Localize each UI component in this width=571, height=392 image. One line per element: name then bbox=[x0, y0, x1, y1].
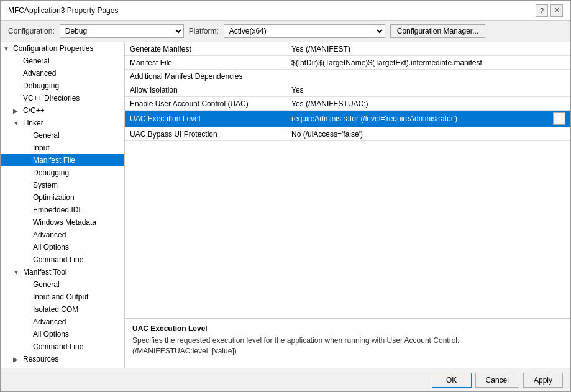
platform-select[interactable]: Active(x64) bbox=[224, 24, 385, 38]
sidebar-item-label-linker-command-line: Command Line bbox=[33, 255, 83, 264]
property-pages-dialog: MFCApplication3 Property Pages ? ✕ Confi… bbox=[0, 0, 571, 392]
prop-value-text-5: requireAdministrator (/level='requireAdm… bbox=[291, 114, 457, 123]
sidebar-item-cpp[interactable]: ▶C/C++ bbox=[1, 104, 124, 117]
sidebar-item-label-manifest-tool-general: General bbox=[33, 280, 60, 289]
sidebar-item-label-general: General bbox=[23, 57, 50, 65]
expand-icon-manifest-tool: ▼ bbox=[13, 269, 23, 276]
sidebar-item-label-linker-optimization: Optimization bbox=[33, 193, 75, 202]
config-label: Configuration: bbox=[8, 27, 55, 35]
config-select[interactable]: Debug bbox=[60, 24, 184, 38]
sidebar-item-linker-system[interactable]: System bbox=[1, 179, 124, 191]
sidebar-item-linker-manifest-file[interactable]: Manifest File bbox=[1, 154, 124, 166]
sidebar-item-linker-embedded-idl[interactable]: Embedded IDL bbox=[1, 204, 124, 216]
sidebar-item-label-manifest-tool-isolated-com: Isolated COM bbox=[33, 305, 78, 314]
sidebar-item-label-debugging: Debugging bbox=[23, 81, 59, 90]
expand-icon-resources: ▶ bbox=[13, 356, 23, 363]
close-button[interactable]: ✕ bbox=[550, 4, 563, 17]
prop-value-4: Yes (/MANIFESTUAC:) bbox=[286, 97, 570, 110]
sidebar-item-advanced[interactable]: Advanced bbox=[1, 67, 124, 80]
prop-row-4[interactable]: Enable User Account Control (UAC)Yes (/M… bbox=[125, 97, 570, 111]
sidebar-item-linker-input[interactable]: Input bbox=[1, 142, 124, 154]
sidebar-item-configuration-properties[interactable]: ▼Configuration Properties bbox=[1, 42, 124, 55]
sidebar-item-linker-windows-metadata[interactable]: Windows Metadata bbox=[1, 216, 124, 229]
sidebar-item-linker[interactable]: ▼Linker bbox=[1, 117, 124, 129]
prop-value-2 bbox=[286, 70, 570, 83]
sidebar-item-label-manifest-tool-advanced: Advanced bbox=[33, 317, 66, 326]
apply-button[interactable]: Apply bbox=[523, 373, 563, 388]
prop-row-0[interactable]: Generate ManifestYes (/MANIFEST) bbox=[125, 42, 570, 56]
expand-icon-configuration-properties: ▼ bbox=[3, 45, 13, 52]
sidebar-item-general[interactable]: General bbox=[1, 55, 124, 67]
sidebar-item-linker-general[interactable]: General bbox=[1, 129, 124, 142]
prop-row-3[interactable]: Allow IsolationYes bbox=[125, 83, 570, 97]
prop-name-3: Allow Isolation bbox=[125, 83, 286, 96]
help-button[interactable]: ? bbox=[536, 4, 548, 17]
sidebar-item-linker-debugging[interactable]: Debugging bbox=[1, 166, 124, 179]
sidebar-item-label-linker-system: System bbox=[33, 181, 58, 189]
prop-dropdown-btn-5[interactable]: ▼ bbox=[553, 112, 565, 125]
sidebar-item-label-manifest-tool: Manifest Tool bbox=[23, 268, 66, 276]
prop-value-6: No (/uiAccess='false') bbox=[286, 127, 570, 140]
sidebar-item-label-linker-general: General bbox=[33, 131, 60, 140]
sidebar-item-label-linker: Linker bbox=[23, 119, 43, 127]
title-bar: MFCApplication3 Property Pages ? ✕ bbox=[1, 1, 570, 21]
right-panel: Generate ManifestYes (/MANIFEST)Manifest… bbox=[125, 42, 570, 368]
prop-value-5[interactable]: requireAdministrator (/level='requireAdm… bbox=[286, 111, 570, 127]
sidebar-item-label-resources: Resources bbox=[23, 355, 58, 363]
cancel-button[interactable]: Cancel bbox=[475, 373, 519, 388]
config-row: Configuration: Debug Platform: Active(x6… bbox=[1, 21, 570, 42]
sidebar-item-label-manifest-tool-command-line: Command Line bbox=[33, 342, 83, 351]
sidebar-item-label-advanced: Advanced bbox=[23, 69, 56, 78]
prop-value-text-4: Yes (/MANIFESTUAC:) bbox=[291, 99, 368, 108]
sidebar-item-linker-all-options[interactable]: All Options bbox=[1, 241, 124, 253]
description-panel: UAC Execution Level Specifies the reques… bbox=[125, 318, 570, 368]
property-table: Generate ManifestYes (/MANIFEST)Manifest… bbox=[125, 42, 570, 318]
prop-name-6: UAC Bypass UI Protection bbox=[125, 127, 286, 140]
sidebar-item-manifest-tool-general[interactable]: General bbox=[1, 278, 124, 291]
sidebar-item-label-linker-all-options: All Options bbox=[33, 243, 69, 252]
prop-value-3: Yes bbox=[286, 83, 570, 96]
sidebar-item-vc-directories[interactable]: VC++ Directories bbox=[1, 92, 124, 104]
sidebar-item-label-linker-windows-metadata: Windows Metadata bbox=[33, 218, 96, 227]
prop-row-6[interactable]: UAC Bypass UI ProtectionNo (/uiAccess='f… bbox=[125, 127, 570, 141]
prop-name-5: UAC Execution Level bbox=[125, 111, 286, 127]
sidebar-item-label-linker-manifest-file: Manifest File bbox=[33, 156, 75, 165]
prop-row-1[interactable]: Manifest File$(IntDir)$(TargetName)$(Tar… bbox=[125, 56, 570, 70]
prop-name-2: Additional Manifest Dependencies bbox=[125, 70, 286, 83]
platform-label: Platform: bbox=[189, 27, 219, 35]
sidebar-item-label-linker-input: Input bbox=[33, 144, 50, 152]
sidebar-item-manifest-tool-all-options[interactable]: All Options bbox=[1, 328, 124, 340]
sidebar-item-manifest-tool-input-output[interactable]: Input and Output bbox=[1, 291, 124, 303]
ok-button[interactable]: OK bbox=[432, 373, 472, 388]
prop-row-5[interactable]: UAC Execution LevelrequireAdministrator … bbox=[125, 111, 570, 127]
sidebar-item-label-manifest-tool-all-options: All Options bbox=[33, 330, 69, 339]
sidebar-item-manifest-tool[interactable]: ▼Manifest Tool bbox=[1, 266, 124, 278]
prop-name-4: Enable User Account Control (UAC) bbox=[125, 97, 286, 110]
sidebar: ▼Configuration PropertiesGeneralAdvanced… bbox=[1, 42, 125, 368]
sidebar-item-label-configuration-properties: Configuration Properties bbox=[13, 44, 93, 53]
sidebar-item-manifest-tool-advanced[interactable]: Advanced bbox=[1, 316, 124, 328]
prop-value-text-0: Yes (/MANIFEST) bbox=[291, 45, 350, 53]
config-manager-button[interactable]: Configuration Manager... bbox=[390, 24, 485, 38]
main-content: ▼Configuration PropertiesGeneralAdvanced… bbox=[1, 42, 570, 368]
prop-row-2[interactable]: Additional Manifest Dependencies bbox=[125, 70, 570, 83]
prop-name-0: Generate Manifest bbox=[125, 42, 286, 55]
expand-icon-linker: ▼ bbox=[13, 120, 23, 127]
sidebar-item-linker-advanced[interactable]: Advanced bbox=[1, 229, 124, 241]
sidebar-item-label-vc-directories: VC++ Directories bbox=[23, 94, 80, 103]
sidebar-item-manifest-tool-isolated-com[interactable]: Isolated COM bbox=[1, 303, 124, 316]
sidebar-item-debugging[interactable]: Debugging bbox=[1, 80, 124, 92]
prop-value-0: Yes (/MANIFEST) bbox=[286, 42, 570, 55]
prop-value-text-6: No (/uiAccess='false') bbox=[291, 130, 363, 139]
expand-icon-cpp: ▶ bbox=[13, 107, 23, 114]
sidebar-item-label-linker-embedded-idl: Embedded IDL bbox=[33, 206, 83, 214]
description-body: Specifies the requested execution level … bbox=[132, 336, 459, 345]
sidebar-item-label-linker-advanced: Advanced bbox=[33, 230, 66, 239]
title-bar-controls: ? ✕ bbox=[536, 4, 563, 17]
sidebar-item-linker-command-line[interactable]: Command Line bbox=[1, 253, 124, 266]
bottom-bar: OK Cancel Apply bbox=[1, 368, 570, 391]
description-text: Specifies the requested execution level … bbox=[132, 335, 563, 357]
sidebar-item-manifest-tool-command-line[interactable]: Command Line bbox=[1, 340, 124, 353]
sidebar-item-linker-optimization[interactable]: Optimization bbox=[1, 191, 124, 204]
sidebar-item-resources[interactable]: ▶Resources bbox=[1, 353, 124, 365]
